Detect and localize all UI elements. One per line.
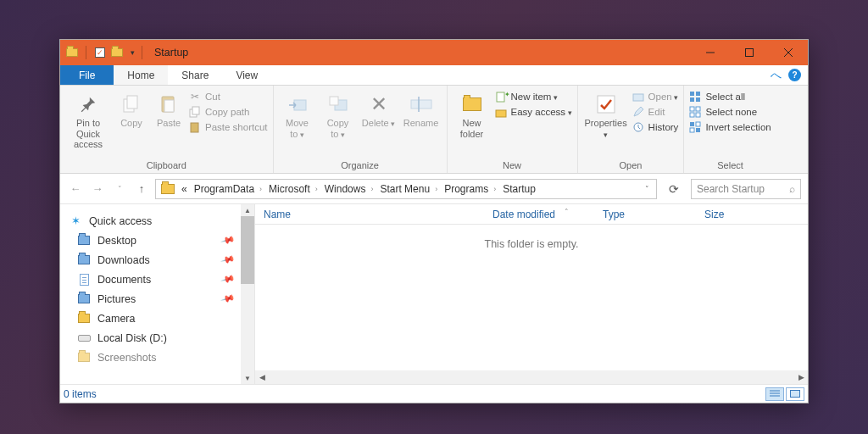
column-date[interactable]: Date modified (484, 209, 594, 220)
breadcrumb-item[interactable]: Startup (499, 183, 539, 195)
desktop-icon (77, 235, 91, 247)
nav-item-documents[interactable]: Documents 📌 (60, 270, 254, 289)
scroll-up-icon[interactable]: ▲ (241, 204, 254, 216)
svg-rect-29 (696, 113, 700, 117)
address-dropdown-icon[interactable]: ˅ (640, 185, 654, 193)
address-bar[interactable]: « ProgramData › Microsoft › Windows › St… (155, 179, 657, 199)
scroll-left-icon[interactable]: ◀ (255, 373, 269, 381)
nav-item-local-disk[interactable]: Local Disk (D:) (60, 328, 254, 348)
column-headers: Name˄ Date modified Type Size (255, 204, 808, 225)
horizontal-scrollbar[interactable]: ◀ ▶ (255, 370, 808, 384)
maximize-button[interactable] (730, 40, 769, 65)
open-button[interactable]: Open (632, 91, 679, 103)
pin-icon (76, 92, 100, 116)
details-view-button[interactable] (765, 387, 784, 401)
column-type[interactable]: Type (594, 209, 696, 220)
breadcrumb-item[interactable]: Microsoft › (265, 183, 321, 195)
search-input[interactable]: Search Startup ⌕ (691, 179, 801, 199)
new-item-icon: ✦ (495, 91, 507, 103)
svg-rect-38 (791, 391, 799, 397)
breadcrumb-item[interactable]: Programs › (441, 183, 499, 195)
scroll-down-icon[interactable]: ▼ (241, 372, 254, 384)
navigation-bar: ← → ˅ ↑ « ProgramData › Microsoft › Wind… (60, 174, 808, 204)
move-to-button[interactable]: Move to (279, 91, 316, 139)
recent-dropdown-icon[interactable]: ˅ (111, 181, 128, 198)
back-button[interactable]: ← (67, 181, 84, 198)
invert-selection-button[interactable]: Invert selection (689, 121, 771, 133)
copy-to-button[interactable]: Copy to (320, 91, 357, 139)
svg-rect-24 (690, 97, 694, 102)
label: History (648, 122, 679, 132)
thumbnails-view-button[interactable] (786, 387, 804, 401)
svg-rect-14 (411, 100, 431, 108)
tab-file[interactable]: File (60, 65, 114, 85)
group-label: New (453, 159, 572, 173)
tab-share[interactable]: Share (168, 65, 222, 85)
nav-item-camera[interactable]: Camera (60, 309, 254, 328)
svg-rect-1 (746, 49, 754, 57)
nav-item-screenshots[interactable]: Screenshots (60, 348, 254, 367)
quick-access-header[interactable]: ✶ Quick access (60, 211, 254, 231)
label: Move to (286, 118, 309, 139)
title-bar: ✓ ▾ Startup (60, 40, 808, 65)
status-bar: 0 items (60, 384, 808, 403)
label: Documents (97, 274, 151, 286)
copy-to-icon (326, 92, 350, 116)
nav-item-pictures[interactable]: Pictures 📌 (60, 289, 254, 309)
label: Camera (97, 313, 135, 325)
up-button[interactable]: ↑ (133, 181, 150, 198)
select-none-button[interactable]: Select none (689, 106, 771, 118)
main-area: ✶ Quick access Desktop 📌 Downloads 📌 Doc… (60, 204, 808, 384)
new-item-button[interactable]: ✦ New item (495, 91, 572, 103)
delete-icon: ✕ (367, 92, 391, 116)
svg-rect-10 (191, 123, 198, 132)
rename-button[interactable]: Rename (401, 91, 442, 129)
nav-item-downloads[interactable]: Downloads 📌 (60, 250, 254, 270)
label: Invert selection (705, 122, 771, 132)
breadcrumb-item[interactable]: Start Menu › (376, 183, 441, 195)
paste-shortcut-button[interactable]: Paste shortcut (189, 121, 268, 133)
delete-button[interactable]: ✕ Delete (360, 91, 398, 129)
copy-path-button[interactable]: Copy path (189, 106, 268, 118)
scroll-thumb[interactable] (241, 216, 254, 284)
collapse-ribbon-icon[interactable]: へ (771, 68, 782, 83)
history-button[interactable]: History (632, 121, 679, 133)
minimize-button[interactable] (691, 40, 730, 65)
scroll-right-icon[interactable]: ▶ (794, 373, 808, 381)
label: Paste shortcut (205, 122, 268, 132)
close-button[interactable] (769, 40, 808, 65)
refresh-button[interactable]: ⟳ (662, 179, 686, 199)
label: Pictures (97, 293, 136, 305)
nav-item-desktop[interactable]: Desktop 📌 (60, 231, 254, 250)
qat-dropdown-icon[interactable]: ▾ (131, 48, 135, 57)
new-folder-button[interactable]: New folder (453, 91, 492, 139)
pin-icon: 📌 (220, 291, 236, 306)
help-icon[interactable]: ? (788, 69, 801, 81)
paste-button[interactable]: Paste (152, 91, 186, 129)
svg-rect-5 (127, 96, 137, 108)
tab-view[interactable]: View (222, 65, 271, 85)
select-all-button[interactable]: Select all (689, 91, 771, 103)
properties-check-icon[interactable]: ✓ (93, 46, 107, 59)
label: Copy to (327, 118, 349, 139)
breadcrumb-item[interactable]: Windows › (321, 183, 377, 195)
cut-button[interactable]: ✂ Cut (189, 91, 268, 103)
tab-home[interactable]: Home (114, 65, 168, 85)
forward-button[interactable]: → (89, 181, 106, 198)
pin-to-quick-access-button[interactable]: Pin to Quick access (65, 91, 111, 150)
navigation-pane: ✶ Quick access Desktop 📌 Downloads 📌 Doc… (60, 204, 255, 384)
breadcrumb-overflow[interactable]: « (178, 183, 191, 195)
edit-button[interactable]: Edit (632, 106, 679, 118)
copy-button[interactable]: Copy (114, 91, 148, 129)
svg-rect-18 (496, 110, 506, 117)
rename-icon (409, 92, 433, 116)
label: Local Disk (D:) (97, 332, 167, 344)
column-name[interactable]: Name˄ (255, 209, 484, 220)
svg-rect-30 (690, 122, 694, 126)
search-icon: ⌕ (789, 183, 795, 195)
easy-access-button[interactable]: Easy access (495, 106, 572, 118)
scissors-icon: ✂ (189, 91, 201, 103)
breadcrumb-item[interactable]: ProgramData › (191, 183, 265, 195)
properties-button[interactable]: Properties (583, 91, 629, 139)
column-size[interactable]: Size (696, 209, 764, 220)
